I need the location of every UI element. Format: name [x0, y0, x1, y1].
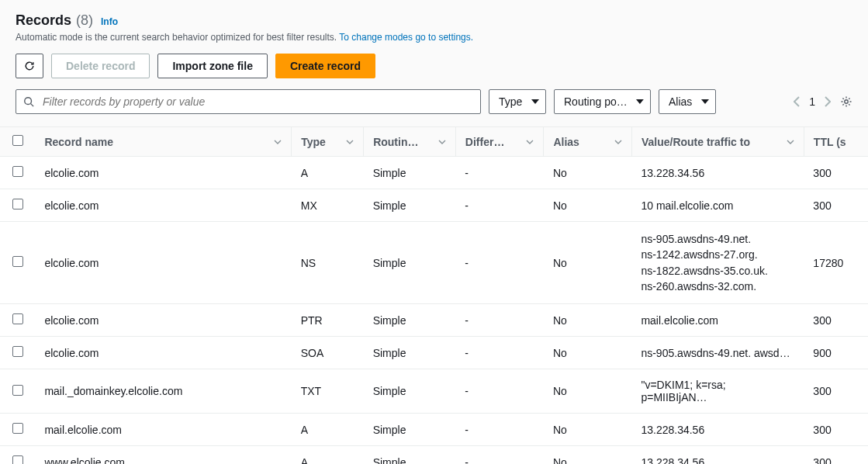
cell-value: 13.228.34.56: [631, 414, 804, 446]
row-checkbox[interactable]: [12, 256, 23, 267]
refresh-button[interactable]: [16, 54, 43, 78]
table-row[interactable]: elcolie.comPTRSimple-Nomail.elcolie.com3…: [0, 304, 868, 337]
search-input[interactable]: [16, 89, 481, 114]
sort-value[interactable]: [787, 140, 794, 144]
pagination: 1: [794, 95, 852, 108]
cell-record-name: elcolie.com: [35, 222, 291, 304]
sort-name[interactable]: [274, 140, 282, 144]
cell-value: 13.228.34.56: [631, 157, 804, 189]
cell-differ: -: [455, 304, 544, 337]
sort-icon: [438, 140, 446, 144]
sort-type[interactable]: [346, 140, 354, 144]
gear-icon: [840, 95, 852, 108]
row-checkbox[interactable]: [12, 423, 23, 434]
cell-alias: No: [544, 157, 632, 189]
table-row[interactable]: elcolie.comASimple-No13.228.34.56300: [0, 157, 868, 189]
sort-differ[interactable]: [526, 140, 534, 144]
type-filter-dropdown[interactable]: Type: [489, 89, 546, 114]
row-checkbox[interactable]: [12, 199, 23, 209]
cell-routing: Simple: [364, 414, 456, 446]
subtitle-text: Automatic mode is the current search beh…: [16, 32, 339, 43]
cell-value: mail.elcolie.com: [631, 304, 804, 337]
prev-page-button[interactable]: [794, 96, 800, 107]
refresh-icon: [24, 60, 35, 72]
cell-value: 10 mail.elcolie.com: [631, 189, 804, 222]
cell-routing: Simple: [364, 304, 456, 337]
cell-record-name: elcolie.com: [35, 337, 291, 369]
cell-record-name: elcolie.com: [35, 189, 291, 222]
cell-ttl: 300: [804, 157, 868, 189]
col-header-name: Record name: [44, 136, 113, 148]
records-table-wrap: Record name Type Routin… Differ… Alias V…: [0, 126, 868, 464]
table-row[interactable]: mail._domainkey.elcolie.comTXTSimple-No"…: [0, 369, 868, 414]
type-filter-label: Type: [499, 95, 522, 108]
title-row: Records (8) Info: [16, 12, 852, 29]
row-checkbox[interactable]: [12, 455, 23, 464]
cell-value: ns-905.awsdns-49.net.ns-1242.awsdns-27.o…: [631, 222, 804, 304]
sort-icon: [346, 140, 354, 144]
settings-link[interactable]: To change modes go to settings.: [339, 32, 473, 43]
cell-differ: -: [455, 369, 544, 414]
sort-icon: [274, 140, 282, 144]
svg-point-2: [845, 100, 848, 103]
select-all-checkbox[interactable]: [12, 135, 23, 146]
cell-value: ns-905.awsdns-49.net. awsd…: [631, 337, 804, 369]
sort-icon: [526, 140, 534, 144]
cell-type: A: [292, 446, 364, 464]
sort-routing[interactable]: [438, 140, 446, 144]
row-checkbox[interactable]: [12, 385, 23, 396]
cell-type: PTR: [292, 304, 364, 337]
cell-routing: Simple: [364, 157, 456, 189]
row-checkbox[interactable]: [12, 346, 23, 357]
subtitle: Automatic mode is the current search beh…: [16, 32, 852, 43]
table-row[interactable]: mail.elcolie.comASimple-No13.228.34.5630…: [0, 414, 868, 446]
import-zone-file-button[interactable]: Import zone file: [157, 54, 267, 78]
cell-alias: No: [544, 304, 632, 337]
cell-type: A: [292, 157, 364, 189]
cell-ttl: 17280: [804, 222, 868, 304]
row-checkbox[interactable]: [12, 313, 23, 324]
cell-alias: No: [544, 222, 632, 304]
create-record-button[interactable]: Create record: [275, 54, 375, 78]
col-header-type: Type: [301, 136, 326, 148]
table-row[interactable]: elcolie.comNSSimple-Nons-905.awsdns-49.n…: [0, 222, 868, 304]
cell-differ: -: [455, 446, 544, 464]
cell-type: NS: [292, 222, 364, 304]
page-title: Records: [16, 12, 71, 29]
table-row[interactable]: elcolie.comSOASimple-Nons-905.awsdns-49.…: [0, 337, 868, 369]
cell-type: SOA: [292, 337, 364, 369]
alias-filter-dropdown[interactable]: Alias: [659, 89, 716, 114]
search-icon: [23, 96, 34, 107]
cell-record-name: mail._domainkey.elcolie.com: [35, 369, 291, 414]
records-panel: Records (8) Info Automatic mode is the c…: [0, 0, 868, 126]
cell-value: 13.228.34.56: [631, 446, 804, 464]
chevron-right-icon: [825, 96, 831, 107]
table-row[interactable]: elcolie.comMXSimple-No10 mail.elcolie.co…: [0, 189, 868, 222]
caret-down-icon: [636, 99, 644, 104]
next-page-button[interactable]: [825, 96, 831, 107]
svg-line-1: [31, 104, 34, 107]
table-row[interactable]: www.elcolie.comASimple-No13.228.34.56300: [0, 446, 868, 464]
actions-row: Delete record Import zone file Create re…: [16, 54, 852, 78]
row-checkbox[interactable]: [12, 166, 23, 177]
col-header-routing: Routin…: [373, 136, 418, 148]
cell-type: TXT: [292, 369, 364, 414]
svg-point-0: [25, 98, 32, 105]
sort-alias[interactable]: [614, 140, 622, 144]
routing-policy-filter-dropdown[interactable]: Routing pol…: [554, 89, 651, 114]
cell-ttl: 300: [804, 189, 868, 222]
caret-down-icon: [531, 99, 539, 104]
cell-differ: -: [455, 157, 544, 189]
table-settings-button[interactable]: [840, 95, 852, 108]
cell-routing: Simple: [364, 446, 456, 464]
caret-down-icon: [701, 99, 709, 104]
cell-alias: No: [544, 369, 632, 414]
cell-alias: No: [544, 337, 632, 369]
cell-routing: Simple: [364, 222, 456, 304]
cell-alias: No: [544, 414, 632, 446]
cell-ttl: 300: [804, 414, 868, 446]
filter-row: Type Routing pol… Alias 1: [16, 89, 852, 126]
cell-differ: -: [455, 414, 544, 446]
info-link[interactable]: Info: [101, 16, 118, 27]
cell-value: "v=DKIM1; k=rsa; p=MIIBIjAN…: [631, 369, 804, 414]
